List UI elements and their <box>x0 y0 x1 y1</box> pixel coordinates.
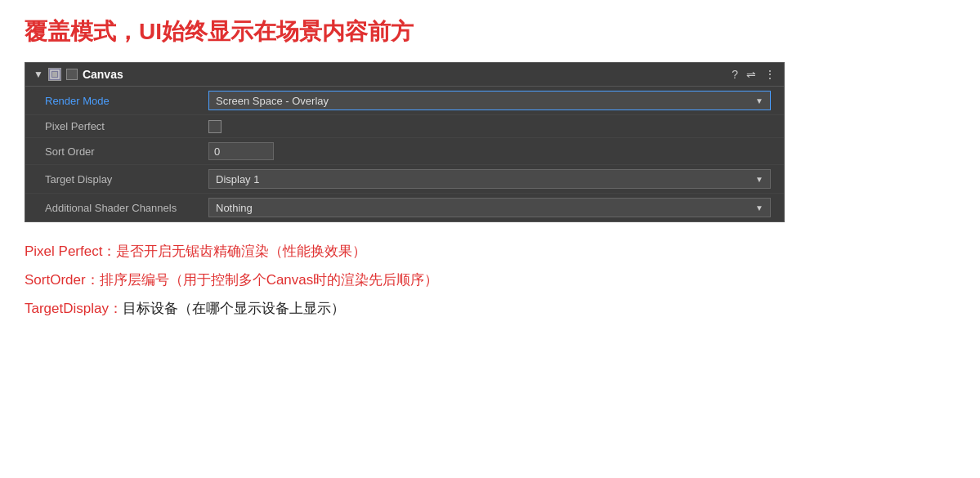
sort-order-input[interactable] <box>208 142 274 160</box>
shader-channels-row: Additional Shader Channels Nothing ▼ <box>25 194 784 221</box>
canvas-component-icon <box>48 68 61 81</box>
annotation-target-display-prefix: TargetDisplay： <box>25 301 123 316</box>
shader-channels-dropdown-text: Nothing <box>216 202 253 214</box>
target-display-dropdown[interactable]: Display 1 ▼ <box>208 169 771 189</box>
shader-channels-value: Nothing ▼ <box>208 198 771 217</box>
component-name-label: Canvas <box>83 68 727 81</box>
pixel-perfect-checkbox[interactable] <box>208 120 222 133</box>
annotation-pixel-perfect-prefix: Pixel Perfect： <box>25 243 116 259</box>
target-display-label: Target Display <box>45 173 208 185</box>
svg-rect-1 <box>52 72 57 77</box>
annotation-sort-order: SortOrder：排序层编号（用于控制多个Canvas时的渲染先后顺序） <box>25 269 955 291</box>
sort-order-row: Sort Order <box>25 138 784 165</box>
settings-icon[interactable]: ⇌ <box>746 68 756 81</box>
more-options-icon[interactable]: ⋮ <box>764 68 776 81</box>
target-display-dropdown-text: Display 1 <box>216 173 259 185</box>
pixel-perfect-label: Pixel Perfect <box>45 120 208 132</box>
page-title: 覆盖模式，UI始终显示在场景内容前方 <box>25 16 955 47</box>
inspector-panel: ▼ Canvas ? ⇌ ⋮ Render Mode Screen Space … <box>25 62 785 222</box>
pixel-perfect-row: Pixel Perfect <box>25 115 784 138</box>
annotation-pixel-perfect: Pixel Perfect：是否开启无锯齿精确渲染（性能换效果） <box>25 240 955 262</box>
render-mode-value: Screen Space - Overlay ▼ <box>208 91 771 110</box>
render-mode-label: Render Mode <box>45 95 208 107</box>
shader-channels-dropdown[interactable]: Nothing ▼ <box>208 198 771 217</box>
annotation-sort-order-prefix: SortOrder： <box>25 272 100 288</box>
render-mode-row: Render Mode Screen Space - Overlay ▼ <box>25 87 784 115</box>
render-mode-dropdown-text: Screen Space - Overlay <box>216 95 329 107</box>
render-mode-dropdown-arrow: ▼ <box>755 96 763 105</box>
sort-order-value <box>208 142 771 160</box>
render-mode-dropdown[interactable]: Screen Space - Overlay ▼ <box>208 91 771 110</box>
target-display-dropdown-arrow: ▼ <box>755 175 763 184</box>
sort-order-label: Sort Order <box>45 145 208 158</box>
inspector-header: ▼ Canvas ? ⇌ ⋮ <box>25 63 784 87</box>
target-display-row: Target Display Display 1 ▼ <box>25 165 784 194</box>
component-enabled-checkbox[interactable] <box>66 69 78 80</box>
pixel-perfect-value <box>208 120 771 133</box>
shader-channels-label: Additional Shader Channels <box>45 202 208 214</box>
help-icon[interactable]: ? <box>732 68 738 81</box>
shader-channels-dropdown-arrow: ▼ <box>755 203 763 212</box>
collapse-arrow-icon[interactable]: ▼ <box>34 69 43 80</box>
annotation-target-display-text: 目标设备（在哪个显示设备上显示） <box>123 301 345 316</box>
target-display-value: Display 1 ▼ <box>208 169 771 189</box>
annotation-target-display: TargetDisplay：目标设备（在哪个显示设备上显示） <box>25 297 955 319</box>
annotation-pixel-perfect-text: 是否开启无锯齿精确渲染（性能换效果） <box>116 243 366 259</box>
header-icons: ? ⇌ ⋮ <box>732 68 776 81</box>
annotation-sort-order-text: 排序层编号（用于控制多个Canvas时的渲染先后顺序） <box>100 272 439 288</box>
